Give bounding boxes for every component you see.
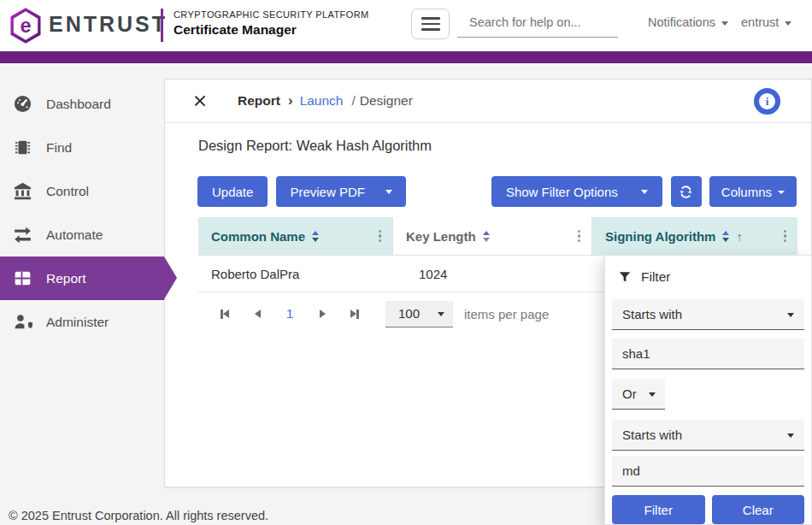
report-table-icon	[11, 268, 33, 290]
column-header-key-length[interactable]: Key Length	[393, 217, 592, 255]
sidebar-item-automate[interactable]: Automate	[0, 213, 164, 257]
grid-header-row: Common Name Key Length Signing Algorithm…	[198, 217, 797, 255]
previous-page-button[interactable]	[241, 310, 274, 318]
sidebar-nav: Dashboard Find Control Automate Report	[0, 82, 164, 344]
chevron-down-icon	[649, 392, 656, 397]
column-header-common-name[interactable]: Common Name	[198, 217, 393, 255]
last-page-button[interactable]	[338, 310, 371, 319]
breadcrumb-separator: ›	[288, 92, 293, 109]
breadcrumb-root: Report	[238, 93, 280, 109]
breadcrumb-link-launch[interactable]: Launch	[300, 93, 344, 109]
notifications-label: Notifications	[648, 15, 715, 29]
copyright-notice: © 2025 Entrust Corporation. All rights r…	[9, 509, 268, 522]
chip-icon	[11, 137, 33, 159]
filter-menu-title: Filter	[618, 269, 804, 285]
sidebar-item-administer[interactable]: Administer	[0, 300, 164, 344]
column-menu-icon[interactable]	[784, 230, 786, 243]
svg-text:e: e	[21, 15, 32, 37]
sort-icon	[483, 231, 490, 242]
chevron-down-icon	[787, 434, 794, 438]
help-search-input[interactable]	[457, 12, 618, 38]
menu-toggle-button[interactable]	[411, 9, 450, 39]
chevron-down-icon	[641, 190, 648, 194]
cell-key-length: 1024	[393, 256, 592, 292]
columns-button[interactable]: Columns	[709, 176, 797, 207]
product-name: Certificate Manager	[174, 22, 369, 38]
filter-operator-1-select[interactable]: Starts with	[612, 299, 804, 330]
breadcrumb: Report › Launch / Designer i	[165, 80, 811, 123]
sidebar-item-label: Report	[46, 271, 86, 286]
chevron-down-icon	[785, 21, 791, 26]
show-filter-options-button[interactable]: Show Filter Options	[491, 176, 662, 207]
refresh-button[interactable]	[671, 176, 702, 207]
cell-common-name: Roberto DalPra	[198, 256, 393, 292]
chevron-down-icon	[787, 313, 794, 317]
report-toolbar: Update Preview PDF Show Filter Options C…	[197, 176, 797, 207]
user-menu[interactable]: entrust	[741, 15, 791, 29]
brand-wordmark: ENTRUST	[49, 12, 168, 37]
filter-apply-button[interactable]: Filter	[612, 495, 705, 524]
funnel-icon	[618, 270, 632, 284]
first-page-button[interactable]	[209, 310, 241, 319]
sidebar-item-label: Administer	[46, 315, 109, 330]
column-header-signing-algorithm[interactable]: Signing Algorithm ↑	[592, 217, 797, 255]
sidebar-item-label: Dashboard	[46, 97, 111, 112]
gauge-icon	[11, 93, 33, 115]
next-page-button[interactable]	[306, 310, 338, 318]
chevron-down-icon	[385, 190, 392, 194]
sidebar-item-control[interactable]: Control	[0, 169, 164, 213]
sync-arrows-icon	[11, 224, 33, 246]
filter-logic-select[interactable]: Or	[612, 379, 665, 410]
user-shield-icon	[11, 311, 33, 333]
user-menu-label: entrust	[741, 15, 779, 29]
sort-icon	[722, 231, 729, 242]
help-search	[457, 12, 618, 38]
page-number[interactable]: 1	[274, 306, 306, 321]
entrust-logo-icon: e	[9, 6, 43, 45]
breadcrumb-slash: /	[351, 93, 355, 109]
filter-value-2-input[interactable]	[622, 463, 794, 478]
filter-value-2-field	[612, 456, 804, 487]
refresh-icon	[678, 184, 694, 200]
brand-divider	[161, 9, 163, 42]
app-window: e ENTRUST CRYPTOGRAPHIC SECURITY PLATFOR…	[0, 0, 812, 525]
close-icon[interactable]	[192, 93, 208, 109]
product-title-block: CRYPTOGRAPHIC SECURITY PLATFORM Certific…	[174, 9, 369, 38]
filter-clear-button[interactable]: Clear	[712, 495, 805, 524]
page-size-select[interactable]: 100	[385, 301, 453, 327]
hamburger-icon	[421, 17, 440, 20]
update-button[interactable]: Update	[197, 176, 268, 207]
filter-value-1-input[interactable]	[622, 346, 794, 361]
sidebar-item-report[interactable]: Report	[0, 257, 164, 300]
filter-value-1-field	[612, 339, 804, 369]
platform-name: CRYPTOGRAPHIC SECURITY PLATFORM	[174, 9, 369, 20]
filter-operator-2-select[interactable]: Starts with	[612, 420, 804, 451]
chevron-down-icon	[721, 21, 728, 26]
bank-icon	[11, 180, 33, 203]
sort-ascending-icon: ↑	[736, 229, 743, 244]
column-filter-menu: Filter Starts with Or Starts with Filter…	[604, 255, 812, 525]
chevron-down-icon	[778, 191, 785, 194]
page-title: Design Report: Weak Hash Algorithm	[198, 138, 811, 154]
preview-pdf-button[interactable]: Preview PDF	[276, 176, 406, 207]
sidebar-item-label: Automate	[46, 227, 103, 243]
brand-accent-bar	[0, 51, 812, 63]
top-header: e ENTRUST CRYPTOGRAPHIC SECURITY PLATFOR…	[0, 0, 812, 51]
items-per-page-label: items per page	[464, 307, 549, 321]
chevron-down-icon	[438, 312, 444, 316]
info-icon[interactable]: i	[754, 88, 780, 115]
sidebar-item-label: Find	[46, 140, 72, 156]
column-menu-icon[interactable]	[379, 230, 381, 243]
sidebar-item-label: Control	[46, 184, 89, 199]
column-menu-icon[interactable]	[578, 230, 580, 243]
notifications-menu[interactable]: Notifications	[648, 15, 728, 29]
sort-icon	[312, 231, 319, 242]
breadcrumb-current: Designer	[360, 93, 413, 109]
sidebar-item-find[interactable]: Find	[0, 126, 164, 169]
sidebar-item-dashboard[interactable]: Dashboard	[0, 82, 164, 126]
